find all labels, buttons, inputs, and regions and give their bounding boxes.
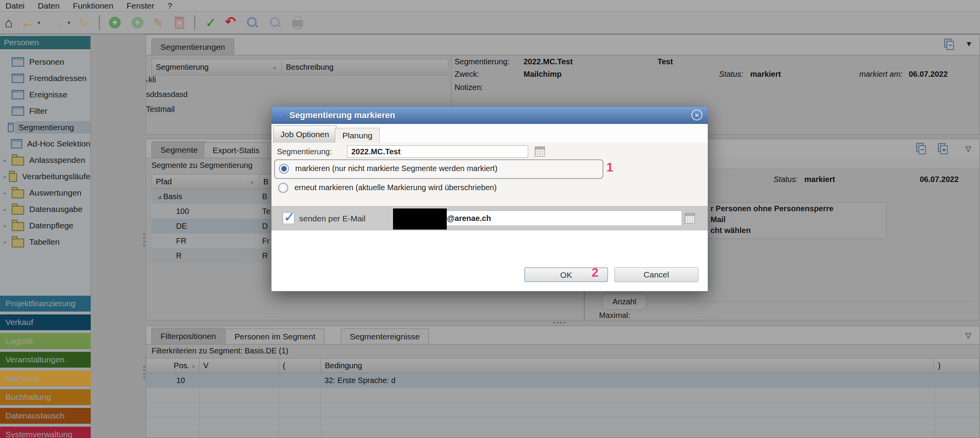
lookup-grid-icon[interactable] [685,213,695,223]
dialog-tabstrip: Job Optionen Planung [271,124,708,143]
dialog-body: Segmentierung: 2022.MC.Test markieren (n… [271,143,708,291]
tab-planung[interactable]: Planung [335,128,380,143]
radio-markieren-label[interactable]: markieren (nur nicht markierte Segmente … [295,164,497,173]
cancel-button[interactable]: Cancel [614,267,698,282]
email-field[interactable]: r@arenae.ch [429,210,682,226]
dialog-titlebar[interactable]: ✱ Segmentierung markieren × [271,107,708,124]
radio-erneut-markieren[interactable] [278,183,288,193]
radio-markieren[interactable] [279,164,289,174]
redaction-box [393,208,447,230]
annotation-step2: 2 [592,266,598,280]
radio-erneut-markieren-label[interactable]: erneut markieren (aktuelle Markierung wi… [294,183,497,192]
radio-focus-ring: markieren (nur nicht markierte Segmente … [274,159,603,179]
close-icon[interactable]: × [691,110,702,120]
email-band: ✓ senden per E-Mail r@arenae.ch [271,206,708,230]
dialog-title: Segmentierung markieren [289,110,395,120]
segmentierung-field-label: Segmentierung: [277,147,332,156]
tab-job-optionen[interactable]: Job Optionen [273,125,337,143]
application-window: Datei Daten Funktionen Fenster ? ⌂ ← ▾ →… [0,0,980,438]
gear-icon: ✱ [277,110,285,121]
checkmark-icon: ✓ [284,209,295,225]
segmentierung-markieren-dialog: ✱ Segmentierung markieren × Job Optionen… [271,106,708,291]
lookup-grid-icon[interactable] [535,147,545,157]
senden-checkbox-label[interactable]: senden per E-Mail [299,207,365,231]
email-domain: @arenae.ch [447,214,491,223]
senden-checkbox[interactable]: ✓ [283,212,294,224]
annotation-step1: 1 [606,161,613,175]
segmentierung-field[interactable]: 2022.MC.Test [347,145,528,158]
